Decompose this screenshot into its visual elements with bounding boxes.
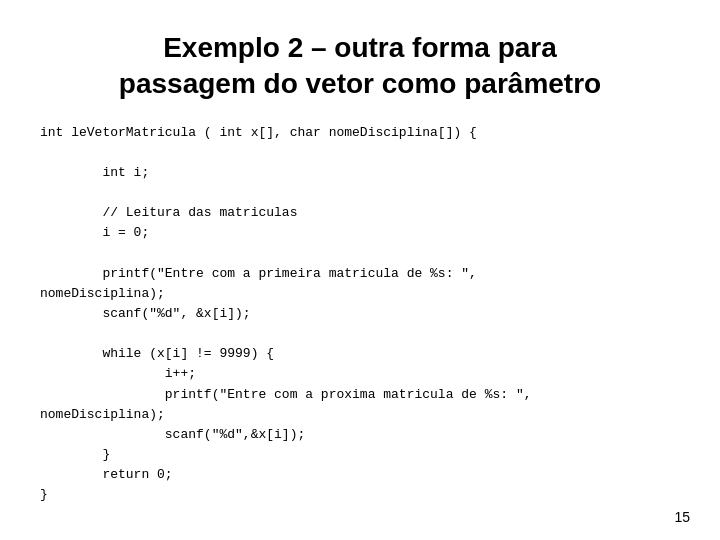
code-block: int leVetorMatricula ( int x[], char nom… xyxy=(40,123,680,506)
title-line1: Exemplo 2 – outra forma para xyxy=(163,32,557,63)
page-number: 15 xyxy=(674,509,690,525)
slide-container: Exemplo 2 – outra forma para passagem do… xyxy=(0,0,720,540)
title-line2: passagem do vetor como parâmetro xyxy=(119,68,601,99)
slide-title: Exemplo 2 – outra forma para passagem do… xyxy=(40,30,680,103)
